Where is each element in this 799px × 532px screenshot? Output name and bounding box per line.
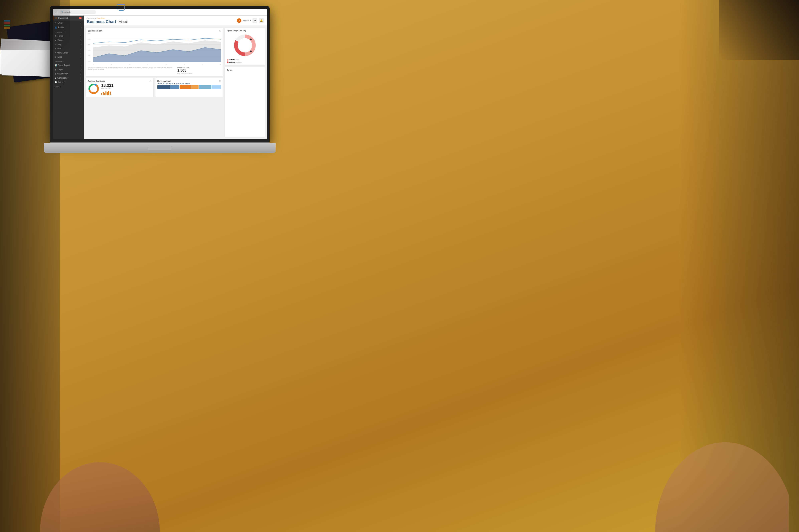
menu-levels-icon: ≡ — [55, 52, 56, 54]
sidebar-label-sales-report: Sales Report — [58, 64, 70, 66]
x-label-2: 2 — [111, 64, 112, 65]
realtime-count: 18,321 — [101, 83, 113, 88]
used-dot — [227, 59, 229, 61]
realtime-close[interactable]: ✕ — [149, 80, 151, 82]
main-chart-card: Business Chart ✕ 5M$ 4M$ 3M$ 2M — [86, 28, 223, 76]
y-label-2: 2M$ — [88, 50, 93, 51]
available-sub: available — [236, 61, 242, 63]
desk-shadow-right — [679, 0, 799, 532]
bar-2 — [103, 92, 104, 95]
sales-report-arrow: ❯ — [80, 64, 82, 66]
sidebar-section-template: Template — [53, 30, 84, 34]
sidebar-item-sales-report[interactable]: 📊 Sales Report ❯ — [53, 63, 84, 68]
screen-content: ☰ 🔍 ⊞ Dashboard 1 ✉ — [53, 9, 267, 139]
marketing-card: Marketing Chart ✕ 31.25% 43.75% 38.50% 4… — [156, 78, 223, 97]
sidebar-item-forms[interactable]: ☰ Forms ❯ — [53, 34, 84, 38]
tables-arrow: ❯ — [80, 39, 82, 41]
sidebar-item-menu-levels[interactable]: ≡ Menu Levels ❯ — [53, 51, 84, 55]
search-input[interactable] — [65, 11, 94, 13]
sidebar-label-menu-levels: Menu Levels — [57, 52, 68, 54]
sidebar-item-label-email: Email — [57, 22, 62, 24]
y-axis-labels: 5M$ 4M$ 3M$ 2M$ 1M$ 0M$ — [88, 33, 93, 62]
page-title: Business Chart — [87, 19, 116, 24]
mkt-seg-4 — [191, 85, 199, 89]
mkt-pct-3: 38.50% — [168, 83, 173, 84]
sidebar-item-activity[interactable]: 💬 Activity ❯ — [53, 80, 84, 84]
profile-icon: 👤 — [55, 26, 57, 28]
marketing-close[interactable]: ✕ — [219, 80, 221, 82]
close-button[interactable]: ✕ — [219, 29, 221, 32]
chart-title: Business Chart — [88, 30, 221, 32]
sidebar-item-label-dashboard: Dashboard — [58, 17, 68, 19]
sidebar: ⊞ Dashboard 1 ✉ Email ❯ 👤 Profile ❯ — [53, 16, 84, 139]
bar-4 — [106, 91, 107, 95]
base-icon — [119, 10, 124, 11]
hamburger-icon[interactable]: ☰ — [55, 11, 58, 14]
space-available-item: 250 Mb available — [227, 61, 263, 63]
space-donut-svg — [233, 33, 257, 57]
opportunity-arrow: ❯ — [80, 73, 82, 75]
interactive-user-count: 1,505 — [177, 69, 221, 73]
svg-point-12 — [250, 51, 252, 52]
activity-icon: 💬 — [55, 81, 57, 83]
sidebar-item-opportunity[interactable]: ◈ Opportunity ❯ — [53, 72, 84, 76]
sticky-tab-2 — [4, 22, 10, 24]
x-label-6: 6 — [184, 64, 185, 65]
sidebar-item-campaigns[interactable]: ◆ Campaigns ❯ — [53, 76, 84, 80]
mkt-seg-5 — [199, 85, 211, 89]
user-badge[interactable]: J Jennifer ▾ — [237, 18, 251, 23]
sidebar-label-target: Target — [57, 69, 63, 71]
forms-icon: ☰ — [55, 35, 56, 37]
left-column: Business Chart ✕ 5M$ 4M$ 3M$ 2M — [86, 28, 223, 137]
extra-icon: ★ — [55, 56, 56, 58]
avatar: J — [237, 18, 241, 23]
sidebar-item-map[interactable]: ◎ Map ❯ — [53, 42, 84, 46]
sidebar-label-campaigns: Campaigns — [57, 77, 68, 79]
realtime-card: Realtime Dashboard ✕ — [86, 78, 153, 97]
laptop-chrome-icon — [116, 4, 126, 11]
mkt-seg-3 — [180, 85, 191, 89]
map-arrow: ❯ — [80, 43, 82, 45]
sidebar-item-email[interactable]: ✉ Email ❯ — [53, 21, 84, 25]
realtime-stats: 18,321 Real time Users — [101, 83, 113, 95]
bar-6 — [108, 91, 109, 95]
sticky-tab-4 — [4, 27, 10, 29]
sidebar-item-grid[interactable]: ⊞ Grid ❯ — [53, 46, 84, 51]
breadcrumb-current: Your Chart — [97, 17, 105, 19]
header-row: Resource > Your Chart Business Chart - V… — [87, 17, 264, 24]
gear-button[interactable]: ⚙ — [253, 18, 257, 23]
sidebar-item-dashboard[interactable]: ⊞ Dashboard 1 — [53, 16, 84, 21]
bar-5 — [107, 92, 108, 95]
space-usage-card: Space Usage (750 Mb) — [225, 28, 265, 65]
x-label-5: 5 — [166, 64, 166, 65]
laptop-base — [44, 143, 276, 153]
sidebar-item-extra[interactable]: ★ Extra ❯ — [53, 55, 84, 59]
chart-description: Who is your audience and what are their … — [88, 66, 175, 71]
header-actions: J Jennifer ▾ ⚙ 🔔 — [237, 18, 264, 23]
x-label-1: 1 — [93, 64, 94, 65]
available-dot — [227, 61, 229, 63]
bell-button[interactable]: 🔔 — [259, 18, 264, 23]
x-axis-labels: 1 2 3 4 5 6 7 8 — [93, 64, 221, 65]
dashboard-grid: Business Chart ✕ 5M$ 4M$ 3M$ 2M — [84, 26, 267, 139]
sidebar-item-target[interactable]: ◎ Target ❯ — [53, 68, 84, 72]
target-arrow: ❯ — [80, 69, 82, 71]
right-column: Space Usage (750 Mb) — [225, 28, 265, 137]
sidebar-item-tables[interactable]: ⊞ Tables ❯ — [53, 38, 84, 42]
sidebar-label-activity: Activity — [58, 81, 65, 83]
campaigns-icon: ◆ — [55, 77, 56, 79]
trackpad — [148, 146, 172, 150]
forms-arrow: ❯ — [80, 35, 82, 37]
chart-svg — [93, 33, 221, 62]
mkt-seg-2 — [170, 85, 179, 89]
chart-description-area: Who is your audience and what are their … — [88, 66, 175, 71]
search-icon: 🔍 — [61, 11, 64, 13]
search-bar[interactable]: 🔍 — [60, 11, 96, 14]
x-label-7: 7 — [202, 64, 203, 65]
sidebar-item-profile[interactable]: 👤 Profile ❯ — [53, 25, 84, 30]
sales-report-icon: 📊 — [55, 64, 57, 66]
y-label-0: 0M$ — [88, 60, 93, 62]
realtime-donut — [88, 83, 100, 95]
y-label-4: 4M$ — [88, 39, 93, 40]
realtime-title: Realtime Dashboard — [88, 80, 151, 82]
